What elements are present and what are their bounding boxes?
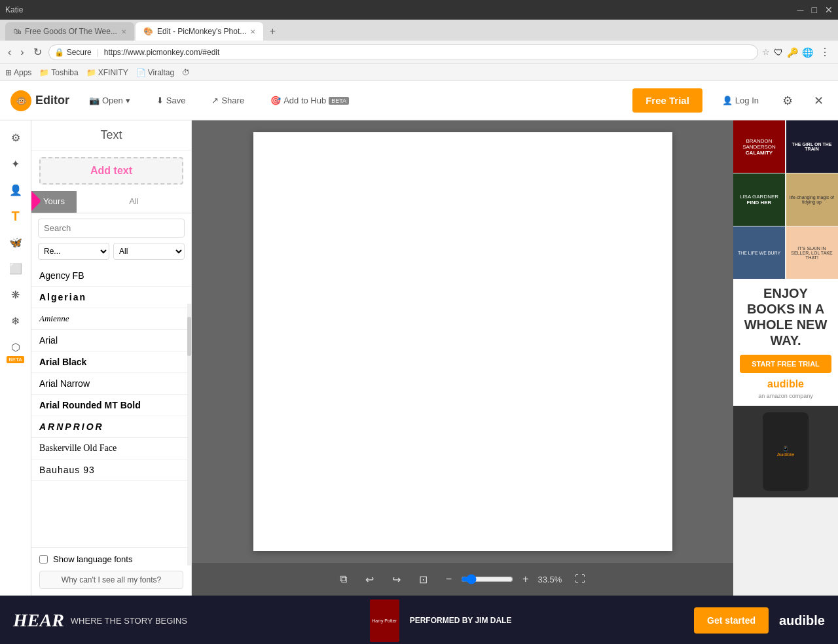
- close-toolbar-button[interactable]: ✕: [810, 90, 828, 112]
- ext1-icon[interactable]: 🛡: [774, 47, 783, 58]
- ad-get-started-button[interactable]: Get started: [694, 607, 769, 634]
- bookmarks-bar: ⊞ Apps 📁 Toshiba 📁 XFINITY 📄 Viraltag ⏱: [0, 64, 838, 81]
- patterns-button[interactable]: ❋: [4, 283, 27, 306]
- bookmark-timer[interactable]: ⏱: [182, 68, 190, 77]
- tab-close-icon-active[interactable]: ✕: [250, 28, 255, 35]
- adjustments-button[interactable]: ⚙: [4, 126, 27, 149]
- audible-cta-button[interactable]: START FREE TRIAL: [740, 355, 831, 373]
- ad-book-2[interactable]: THE GIRL ON THE TRAIN: [786, 120, 838, 173]
- font-item-arial-rounded[interactable]: Arial Rounded MT Bold: [31, 395, 191, 416]
- back-button[interactable]: ‹: [5, 45, 14, 60]
- zoom-out-button[interactable]: −: [441, 571, 457, 588]
- tab-edit[interactable]: 🎨 Edit - PicMonkey's Phot... ✕: [136, 22, 263, 41]
- font-item-arnprior[interactable]: ARNPRIOR: [31, 416, 191, 438]
- zoom-bar: − + 33.5%: [441, 571, 562, 588]
- effects-icon: ✦: [11, 158, 20, 170]
- filter-row: Re... All: [31, 243, 191, 265]
- font-name: Bauhaus 93: [39, 465, 95, 475]
- refresh-button[interactable]: ↻: [31, 45, 45, 60]
- tab-yours[interactable]: Yours: [31, 191, 77, 213]
- nav-bar: ‹ › ↻ 🔒 Secure | https://www.picmonkey.c…: [0, 41, 838, 64]
- frames-button[interactable]: ⬜: [4, 257, 27, 280]
- font-item-baskerville[interactable]: Baskerville Old Face: [31, 438, 191, 459]
- open-button[interactable]: 📷 Open ▾: [82, 92, 137, 109]
- zoom-slider[interactable]: [461, 574, 513, 584]
- search-input[interactable]: [38, 219, 185, 238]
- font-item-bauhaus[interactable]: Bauhaus 93: [31, 459, 191, 481]
- frames-icon: ⬜: [9, 262, 22, 275]
- tab-all[interactable]: All: [77, 191, 191, 213]
- ad-book-5[interactable]: THE LIFE WE BURY: [733, 226, 785, 279]
- ext2-icon[interactable]: 🔑: [787, 47, 798, 58]
- ad-center: Harry Potter PERFORMED BY JIM DALE: [370, 599, 512, 642]
- undo-button[interactable]: ↩: [360, 571, 379, 588]
- bookmark-apps[interactable]: ⊞ Apps: [5, 68, 31, 77]
- show-language-fonts-checkbox[interactable]: [39, 555, 48, 564]
- font-name: Arial Rounded MT Bold: [39, 400, 141, 410]
- browser-chrome: Katie ─ □ ✕ 🛍 Free Goods Of The Wee... ✕…: [0, 0, 838, 81]
- font-item-agency-fb[interactable]: Agency FB: [31, 265, 191, 287]
- scrollbar-thumb[interactable]: [187, 317, 191, 356]
- text-panel: ➜ Text Add text Yours All Re... All Agen…: [31, 120, 192, 596]
- beta-tool-container: ⬡ BETA: [4, 335, 27, 363]
- effects-button[interactable]: ✦: [4, 152, 27, 175]
- settings-button[interactable]: ⚙: [778, 90, 797, 112]
- recommended-filter[interactable]: Re...: [38, 243, 109, 260]
- separator: |: [97, 48, 99, 57]
- tab-goods[interactable]: 🛍 Free Goods Of The Wee... ✕: [5, 22, 134, 41]
- star-icon[interactable]: ☆: [762, 47, 770, 57]
- beta-tool-button[interactable]: ⬡: [4, 335, 27, 359]
- add-text-button[interactable]: Add text: [39, 157, 183, 185]
- share-button[interactable]: ↗ Share: [205, 92, 251, 109]
- add-to-hub-button[interactable]: 🎯 Add to Hub BETA: [264, 92, 355, 109]
- minimize-button[interactable]: ─: [797, 5, 804, 15]
- audible-logo-row: audible: [740, 378, 831, 390]
- textures-button[interactable]: 🦋: [4, 230, 27, 254]
- bookmark-toshiba[interactable]: 📁 Toshiba: [39, 68, 78, 77]
- bookmark-viraltag[interactable]: 📄 Viraltag: [136, 68, 174, 77]
- canvas-white[interactable]: [253, 132, 672, 551]
- overlays-button[interactable]: 👤: [4, 178, 27, 202]
- all-filter[interactable]: All: [113, 243, 185, 260]
- font-item-arial[interactable]: Arial: [31, 330, 191, 351]
- fullscreen-button[interactable]: ⛶: [570, 571, 591, 588]
- crop-button[interactable]: ⊡: [414, 571, 433, 588]
- ad-book-3[interactable]: LISA GARDNERFIND HER: [733, 173, 785, 226]
- menu-button[interactable]: ⋮: [817, 45, 833, 60]
- share-label: Share: [221, 96, 244, 105]
- font-item-algerian[interactable]: Algerian: [31, 287, 191, 308]
- forward-button[interactable]: ›: [18, 45, 26, 60]
- open-label: Open: [102, 96, 123, 105]
- maximize-button[interactable]: □: [812, 5, 817, 15]
- font-item-arial-narrow[interactable]: Arial Narrow: [31, 373, 191, 395]
- ad-book-1[interactable]: BRANDON SANDERSONCALAMITY: [733, 120, 785, 173]
- bookmark-xfinity[interactable]: 📁 XFINITY: [86, 68, 128, 77]
- tab-close-icon[interactable]: ✕: [121, 28, 126, 35]
- secure-icon: 🔒: [54, 48, 64, 57]
- text-button[interactable]: T: [4, 204, 27, 228]
- close-button[interactable]: ✕: [825, 5, 833, 15]
- why-cant-button[interactable]: Why can't I see all my fonts?: [39, 571, 183, 589]
- ad-book-6[interactable]: IT'S SLAIN IN SELLER, LOL TAKE THAT!: [786, 226, 838, 279]
- redo-button[interactable]: ↪: [387, 571, 406, 588]
- ad-book-4[interactable]: life-changing magic of tidying up: [786, 173, 838, 226]
- patterns-icon: ❋: [11, 289, 20, 301]
- beta-label: BETA: [329, 97, 349, 105]
- font-item-arial-black[interactable]: Arial Black: [31, 351, 191, 373]
- ext3-icon[interactable]: 🌐: [802, 47, 813, 58]
- log-in-button[interactable]: 👤 Log In: [716, 92, 765, 109]
- app-toolbar: 🐵 Editor 📷 Open ▾ ⬇ Save ↗ Share 🎯 Add t…: [0, 81, 838, 120]
- ad-left: HEAR WHERE THE STORY BEGINS: [13, 610, 187, 631]
- text-icon: T: [11, 209, 19, 224]
- layers-button[interactable]: ⧉: [335, 571, 352, 588]
- zoom-in-button[interactable]: +: [517, 571, 534, 588]
- seasonal-button[interactable]: ❄: [4, 309, 27, 332]
- performed-text: PERFORMED BY JIM DALE: [410, 615, 512, 626]
- viraltag-label: Viraltag: [148, 68, 174, 77]
- new-tab-button[interactable]: +: [263, 22, 282, 41]
- show-language-fonts-label[interactable]: Show language fonts: [53, 554, 132, 564]
- save-button[interactable]: ⬇ Save: [150, 92, 192, 109]
- free-trial-button[interactable]: Free Trial: [632, 88, 702, 113]
- address-bar[interactable]: 🔒 Secure | https://www.picmonkey.com/#ed…: [48, 45, 758, 60]
- font-item-amienne[interactable]: Amienne: [31, 308, 191, 330]
